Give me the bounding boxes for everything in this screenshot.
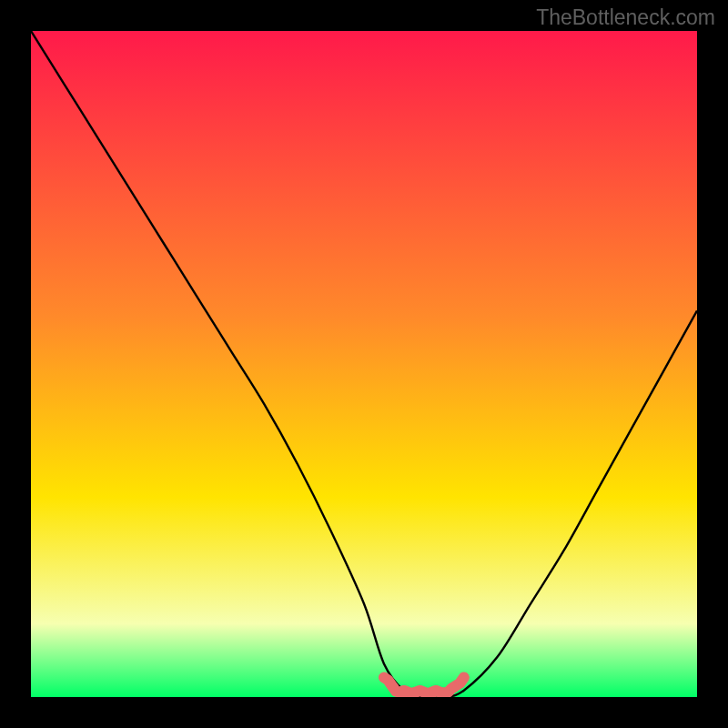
optimal-marker-dot — [439, 687, 449, 697]
optimal-marker-dot — [429, 687, 439, 697]
gradient-background — [31, 31, 697, 697]
optimal-marker-dot — [449, 682, 459, 693]
attribution-text: TheBottleneck.com — [536, 5, 715, 30]
chart-plot-area — [31, 31, 697, 697]
optimal-marker-dot — [399, 687, 409, 697]
optimal-marker-dot — [459, 672, 469, 682]
chart-svg — [31, 31, 697, 697]
optimal-marker-dot — [409, 687, 419, 697]
optimal-marker-dot — [379, 672, 389, 682]
optimal-marker-dot — [419, 687, 429, 697]
optimal-marker-dot — [389, 682, 399, 693]
